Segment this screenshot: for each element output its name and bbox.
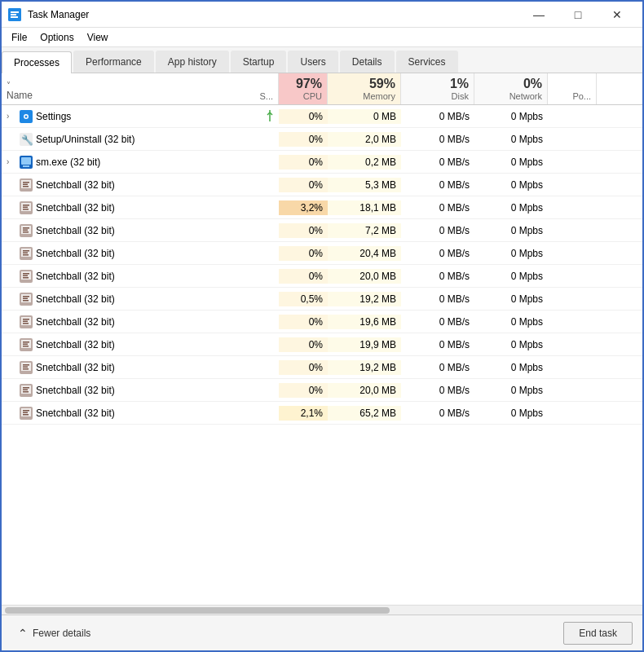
process-name-cell: 🔧Setup/Uninstall (32 bit) — [2, 131, 279, 148]
tab-bar: Processes Performance App history Startu… — [2, 47, 642, 73]
h-scrollbar-thumb[interactable] — [5, 607, 390, 614]
process-name-text: Snetchball (32 bit) — [36, 408, 274, 419]
column-header-cpu[interactable]: 97% CPU — [279, 73, 328, 104]
svg-rect-68 — [23, 412, 28, 413]
svg-rect-43 — [23, 297, 28, 299]
table-row[interactable]: Snetchball (32 bit)0%19,6 MB0 MB/s0 Mpbs — [2, 311, 642, 333]
process-name-cell: Snetchball (32 bit) — [2, 405, 279, 421]
memory-cell: 5,3 MB — [328, 178, 401, 192]
svg-rect-24 — [23, 209, 29, 210]
memory-cell: 2,0 MB — [328, 132, 401, 147]
tab-startup[interactable]: Startup — [231, 51, 287, 73]
menu-file[interactable]: File — [5, 30, 33, 45]
memory-cell: 19,2 MB — [328, 360, 401, 375]
expand-arrow-icon[interactable]: › — [7, 157, 16, 166]
svg-rect-19 — [23, 186, 29, 187]
svg-rect-59 — [23, 368, 29, 370]
memory-cell: 0 MB — [328, 109, 401, 124]
table-row[interactable]: Snetchball (32 bit)0,5%19,2 MB0 MB/s0 Mp… — [2, 288, 642, 311]
power-cell — [548, 138, 597, 141]
cpu-cell: 0% — [279, 223, 328, 238]
cpu-cell: 0% — [279, 315, 328, 329]
table-row[interactable]: Snetchball (32 bit)0%7,2 MB0 MB/s0 Mpbs — [2, 219, 642, 242]
process-name-text: Snetchball (32 bit) — [36, 271, 274, 282]
network-cell: 0 Mpbs — [474, 109, 548, 124]
svg-rect-37 — [23, 273, 29, 275]
expand-arrow-icon[interactable]: › — [7, 112, 16, 121]
power-label: Po... — [572, 91, 591, 101]
horizontal-scrollbar[interactable] — [2, 605, 642, 615]
disk-cell: 0 MB/s — [401, 246, 474, 261]
table-row[interactable]: Snetchball (32 bit)0%19,9 MB0 MB/s0 Mpbs — [2, 333, 642, 356]
network-cell: 0 Mpbs — [474, 200, 548, 215]
column-header-name[interactable]: ˅ Name S... — [2, 73, 279, 104]
end-task-button[interactable]: End task — [563, 622, 633, 645]
minimize-button[interactable]: — — [520, 2, 558, 28]
process-name-cell: Snetchball (32 bit) — [2, 200, 279, 216]
process-name-cell: Snetchball (32 bit) — [2, 291, 279, 307]
svg-rect-2 — [11, 14, 16, 15]
table-row[interactable]: Snetchball (32 bit)0%5,3 MB0 MB/s0 Mpbs — [2, 174, 642, 196]
svg-rect-14 — [23, 165, 29, 167]
tab-users[interactable]: Users — [288, 51, 337, 73]
process-name-cell: ›sm.exe (32 bit) — [2, 154, 279, 170]
svg-rect-49 — [23, 323, 29, 324]
table-row[interactable]: Snetchball (32 bit)0%19,2 MB0 MB/s0 Mpbs — [2, 356, 642, 379]
tab-details[interactable]: Details — [340, 51, 395, 73]
tab-processes[interactable]: Processes — [2, 51, 72, 73]
table-row[interactable]: Snetchball (32 bit)2,1%65,2 MB0 MB/s0 Mp… — [2, 402, 642, 425]
cpu-percent: 97% — [296, 77, 322, 91]
power-cell — [548, 366, 597, 369]
close-button[interactable]: ✕ — [598, 2, 636, 28]
process-list[interactable]: ›Settings0%0 MB0 MB/s0 Mpbs🔧Setup/Uninst… — [2, 105, 642, 605]
cpu-label: CPU — [303, 91, 322, 101]
table-row[interactable]: Snetchball (32 bit)0%20,0 MB0 MB/s0 Mpbs — [2, 379, 642, 402]
process-name-text: Snetchball (32 bit) — [36, 179, 274, 191]
memory-cell: 20,0 MB — [328, 269, 401, 284]
fewer-details-arrow-icon: ⌃ — [18, 627, 28, 640]
disk-cell: 0 MB/s — [401, 155, 474, 170]
column-header-disk[interactable]: 1% Disk — [401, 73, 474, 104]
tab-performance[interactable]: Performance — [73, 51, 154, 73]
process-name-cell: Snetchball (32 bit) — [2, 314, 279, 330]
power-cell — [548, 161, 597, 164]
tab-services[interactable]: Services — [396, 51, 458, 73]
process-icon — [20, 247, 33, 260]
process-icon — [20, 156, 33, 169]
process-name-text: Snetchball (32 bit) — [36, 293, 274, 305]
menu-bar: File Options View — [2, 28, 642, 47]
process-name-cell: Snetchball (32 bit) — [2, 222, 279, 239]
column-header-network[interactable]: 0% Network — [474, 73, 548, 104]
network-cell: 0 Mpbs — [474, 132, 548, 147]
network-cell: 0 Mpbs — [474, 155, 548, 170]
table-row[interactable]: 🔧Setup/Uninstall (32 bit)0%2,0 MB0 MB/s0… — [2, 128, 642, 151]
cpu-cell: 0,5% — [279, 292, 328, 306]
column-header-memory[interactable]: 59% Memory — [328, 73, 401, 104]
table-row[interactable]: ›Settings0%0 MB0 MB/s0 Mpbs — [2, 105, 642, 128]
svg-rect-54 — [23, 346, 29, 347]
cpu-cell: 0% — [279, 246, 328, 261]
process-name-text: Snetchball (32 bit) — [36, 385, 274, 396]
table-row[interactable]: Snetchball (32 bit)3,2%18,1 MB0 MB/s0 Mp… — [2, 196, 642, 219]
maximize-button[interactable]: □ — [559, 2, 597, 28]
process-icon — [20, 110, 33, 123]
bottom-bar: ⌃ Fewer details End task — [2, 615, 642, 650]
table-row[interactable]: Snetchball (32 bit)0%20,4 MB0 MB/s0 Mpbs — [2, 242, 642, 265]
process-icon — [20, 178, 33, 192]
tab-app-history[interactable]: App history — [156, 51, 229, 73]
disk-cell: 0 MB/s — [401, 383, 474, 398]
process-table-container: ˅ Name S... 97% CPU 59% Memory 1% Disk 0… — [2, 73, 642, 605]
svg-rect-1 — [11, 11, 19, 13]
menu-view[interactable]: View — [81, 30, 115, 45]
table-row[interactable]: ›sm.exe (32 bit)0%0,2 MB0 MB/s0 Mpbs — [2, 151, 642, 174]
svg-rect-29 — [23, 231, 29, 233]
cpu-cell: 0% — [279, 360, 328, 375]
svg-rect-52 — [23, 341, 29, 343]
network-cell: 0 Mpbs — [474, 337, 548, 352]
memory-cell: 0,2 MB — [328, 155, 401, 170]
fewer-details-button[interactable]: ⌃ Fewer details — [11, 623, 97, 643]
table-row[interactable]: Snetchball (32 bit)0%20,0 MB0 MB/s0 Mpbs — [2, 265, 642, 288]
process-name-text: Snetchball (32 bit) — [36, 202, 274, 214]
column-header-power[interactable]: Po... — [548, 73, 597, 104]
menu-options[interactable]: Options — [33, 30, 80, 45]
